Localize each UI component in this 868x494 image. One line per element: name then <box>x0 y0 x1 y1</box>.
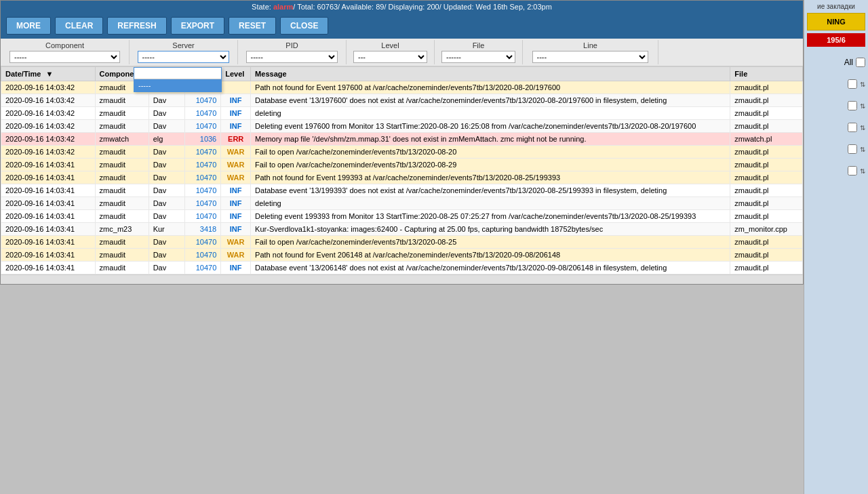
cell-server: Dav <box>149 171 184 184</box>
pid-filter-label: PID <box>285 41 298 49</box>
checkbox-all[interactable] <box>856 58 865 67</box>
checkbox-row-2: ⇅ <box>807 101 865 110</box>
cell-server: Dav <box>149 94 184 107</box>
table-row: 2020-09-16 14:03:42 zmwatch elg 1036 ERR… <box>1 133 803 146</box>
cell-pid: 1036 <box>184 133 220 146</box>
cell-level: INF <box>221 107 251 120</box>
cell-file: zmaudit.pl <box>730 94 803 107</box>
more-button[interactable]: MORE <box>6 17 51 35</box>
cell-server: Dav <box>149 159 184 171</box>
sort-icon-2: ⇅ <box>860 102 865 110</box>
checkbox-4[interactable] <box>848 144 857 154</box>
cell-message: deleting <box>251 107 730 120</box>
server-search-dropdown: ----- <box>134 67 222 92</box>
checkbox-all-row: All <box>807 58 865 67</box>
cell-component: zmaudit <box>95 210 149 223</box>
server-filter-label: Server <box>172 41 194 49</box>
cell-file: zmaudit.pl <box>730 107 803 120</box>
main-container: State: alarm/ Total: 60763/ Available: 8… <box>0 0 804 285</box>
server-dropdown-item[interactable]: ----- <box>134 79 221 91</box>
all-label: All <box>844 58 853 67</box>
refresh-button[interactable]: REFRESH <box>107 17 166 35</box>
cell-file: zmaudit.pl <box>730 236 803 249</box>
right-panel-title: ие закладки <box>807 3 865 10</box>
checkbox-3[interactable] <box>848 123 857 132</box>
cell-datetime: 2020-09-16 14:03:41 <box>1 171 96 184</box>
cell-component: zmaudit <box>95 236 149 249</box>
checkbox-2[interactable] <box>848 101 857 110</box>
cell-message: Database event '13/199393' does not exis… <box>251 184 730 197</box>
cell-datetime: 2020-09-16 14:03:42 <box>1 133 96 146</box>
cell-message: Database event '13/206148' does not exis… <box>251 262 730 274</box>
cell-component: zmaudit <box>95 197 149 210</box>
checkbox-row-3: ⇅ <box>807 123 865 132</box>
horizontal-scrollbar[interactable] <box>1 274 803 284</box>
cell-pid: 10470 <box>184 120 220 133</box>
server-search-input[interactable] <box>134 68 221 79</box>
cell-file: zmaudit.pl <box>730 210 803 223</box>
table-row: 2020-09-16 14:03:41 zmc_m23 Kur 3418 INF… <box>1 223 803 236</box>
pid-filter-cell: PID ----- <box>238 40 347 64</box>
cell-message: Kur-Sverdlova1k1-stoyanka: images:62400 … <box>251 223 730 236</box>
table-header-row: Date/Time ▼ Component Serve PID <box>1 67 803 81</box>
cell-level: INF <box>221 94 251 107</box>
cell-level: INF <box>221 262 251 274</box>
cell-server: Dav <box>149 146 184 159</box>
table-row: 2020-09-16 14:03:42 zmaudit Dav Path not… <box>1 81 803 94</box>
cell-level: WAR <box>221 159 251 171</box>
close-button[interactable]: CLOSE <box>280 17 328 35</box>
level-filter-select[interactable]: --- <box>353 51 427 63</box>
reset-button[interactable]: RESET <box>229 17 276 35</box>
export-button[interactable]: EXPORT <box>171 17 224 35</box>
checkbox-row-4: ⇅ <box>807 144 865 154</box>
cell-file: zmaudit.pl <box>730 146 803 159</box>
level-filter-cell: Level --- <box>347 40 435 64</box>
table-row: 2020-09-16 14:03:42 zmaudit Dav 10470 WA… <box>1 146 803 159</box>
status-rest: / Total: 60763/ Available: 89/ Displayin… <box>293 3 552 11</box>
level-filter-label: Level <box>381 41 399 49</box>
checkbox-5[interactable] <box>848 166 857 176</box>
cell-file: zmaudit.pl <box>730 159 803 171</box>
cell-component: zmaudit <box>95 94 149 107</box>
cell-datetime: 2020-09-16 14:03:42 <box>1 81 96 94</box>
cell-pid: 10470 <box>184 146 220 159</box>
cell-file: zmwatch.pl <box>730 133 803 146</box>
cell-level: INF <box>221 223 251 236</box>
server-filter-select[interactable]: ----- <box>138 51 230 63</box>
cell-file: zmaudit.pl <box>730 171 803 184</box>
sort-icon-datetime[interactable]: ▼ <box>45 70 53 78</box>
cell-component: zmaudit <box>95 171 149 184</box>
cell-datetime: 2020-09-16 14:03:41 <box>1 236 96 249</box>
component-filter-select[interactable]: ----- <box>9 51 120 63</box>
cell-message: Memory map file '/dev/shm/zm.mmap.31' do… <box>251 133 730 146</box>
checkbox-1[interactable] <box>848 79 857 89</box>
cell-message: Database event '13/197600' does not exis… <box>251 94 730 107</box>
checkbox-row-1: ⇅ <box>807 79 865 89</box>
clear-button[interactable]: CLEAR <box>55 17 103 35</box>
cell-message: Fail to open /var/cache/zoneminder/event… <box>251 146 730 159</box>
checkbox-group: All ⇅ ⇅ ⇅ ⇅ ⇅ <box>807 58 865 176</box>
status-number: 195/6 <box>807 33 865 47</box>
cell-server: Dav <box>149 236 184 249</box>
pid-filter-select[interactable]: ----- <box>246 51 338 63</box>
line-filter-select[interactable]: ---- <box>532 51 649 63</box>
cell-level: WAR <box>221 146 251 159</box>
cell-server: Dav <box>149 120 184 133</box>
cell-file: zmaudit.pl <box>730 184 803 197</box>
sort-icon-5: ⇅ <box>860 167 865 175</box>
col-header-file: File <box>730 67 803 81</box>
cell-pid: 10470 <box>184 197 220 210</box>
cell-message: Path not found for Event 206148 at /var/… <box>251 249 730 262</box>
cell-datetime: 2020-09-16 14:03:42 <box>1 146 96 159</box>
log-table-container[interactable]: Date/Time ▼ Component Serve PID <box>1 66 803 274</box>
cell-datetime: 2020-09-16 14:03:42 <box>1 107 96 120</box>
cell-pid: 10470 <box>184 249 220 262</box>
server-filter-container: ----- ----- <box>132 51 235 63</box>
col-header-level: Level <box>221 67 251 81</box>
cell-component: zmc_m23 <box>95 223 149 236</box>
col-header-message: Message <box>251 67 730 81</box>
file-filter-select[interactable]: ------ <box>441 51 515 63</box>
cell-level: WAR <box>221 236 251 249</box>
table-row: 2020-09-16 14:03:41 zmaudit Dav 10470 IN… <box>1 184 803 197</box>
cell-file: zmaudit.pl <box>730 197 803 210</box>
